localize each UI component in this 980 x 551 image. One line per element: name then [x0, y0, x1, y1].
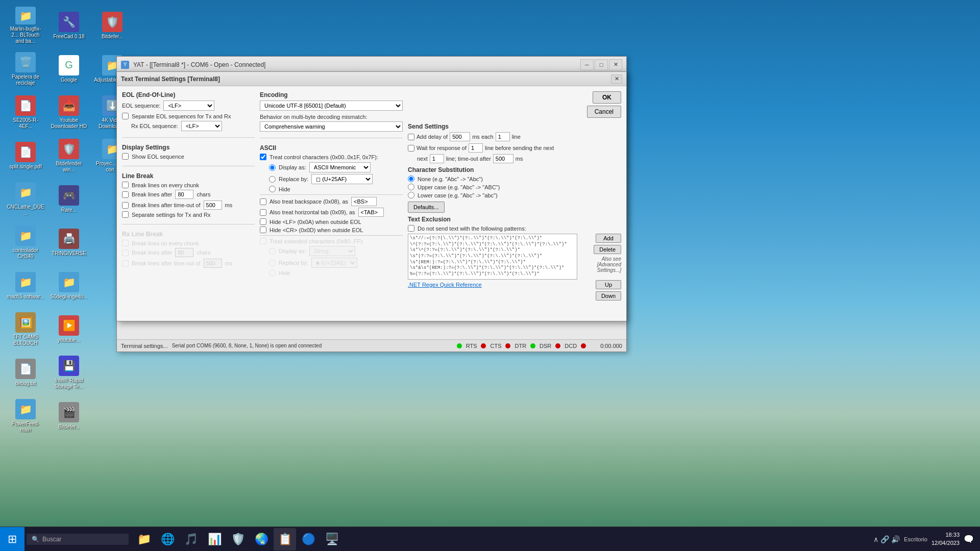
desktop-icon-recycle[interactable]: 🗑️ Papelera de reciclaje — [5, 48, 46, 89]
down-pattern-button[interactable]: Down — [596, 291, 621, 300]
lower-radio-row: Lower case (e.g. "Abc" -> "abc") — [408, 192, 621, 198]
break-after-chars-input[interactable] — [175, 190, 193, 199]
maximize-button[interactable]: □ — [595, 59, 608, 70]
rx-eol-select[interactable]: <LF> — [181, 121, 222, 131]
taskbar-app-spotify[interactable]: 🎵 — [180, 528, 202, 550]
replace-by-select[interactable]: ◻ (U+25AF) — [311, 174, 373, 184]
desktop-icon-powerfeed[interactable]: 📁 PowerFeed-main — [5, 395, 46, 436]
ok-button[interactable]: OK — [593, 91, 621, 104]
behavior-select[interactable]: Comprehensive warning — [260, 121, 403, 132]
tray-chevron-icon[interactable]: ∧ — [873, 535, 878, 543]
start-button[interactable]: ⊞ — [0, 527, 24, 552]
taskbar-app-monitor[interactable]: 🖥️ — [321, 528, 343, 550]
treat-control-checkbox[interactable] — [260, 154, 266, 160]
desktop-icon-tringiverse[interactable]: 🖨️ TRINGIVERSE — [48, 222, 89, 263]
desktop-icon-marlin[interactable]: 📁 Marlin-bugfix-2... BLTouch and ba... — [5, 5, 46, 46]
delete-pattern-button[interactable]: Delete — [594, 245, 621, 254]
desktop-icon-google[interactable]: G Google — [48, 48, 89, 89]
desktop-icon-label: Rare... — [61, 207, 77, 213]
regex-link[interactable]: .NET Regex Quick Reference — [408, 282, 577, 288]
taskbar-app-calc[interactable]: 📊 — [203, 528, 226, 550]
desktop-icon-youtube-dl[interactable]: 📥 Youtube Downloader HD — [48, 92, 89, 133]
separate-settings-checkbox[interactable] — [122, 211, 129, 218]
dialog-title: Text Terminal Settings [Terminal8] — [121, 76, 220, 83]
hide-lf-checkbox[interactable] — [260, 218, 266, 225]
show-eol-checkbox[interactable] — [122, 153, 129, 160]
upper-radio[interactable] — [408, 184, 414, 190]
desktop-icon-se2005[interactable]: 📄 SE2005-R-4EF... — [5, 92, 46, 133]
add-delay-count-input[interactable] — [496, 132, 510, 141]
taskbar-app-explorer[interactable]: 📁 — [133, 528, 155, 550]
up-pattern-button[interactable]: Up — [596, 280, 621, 289]
rx-break-timeout-input — [204, 259, 222, 268]
hide2-label: Hide — [279, 270, 290, 276]
taskbar-search[interactable]: 🔍 Buscar — [27, 534, 129, 545]
add-delay-checkbox[interactable] — [408, 134, 414, 140]
add-pattern-button[interactable]: Add — [596, 234, 621, 243]
backspace-value-input[interactable] — [351, 197, 377, 206]
treat-control-label: Treat control characters (0x00..0x1F, 0x… — [270, 154, 378, 160]
taskbar-app-blue[interactable]: 🔵 — [297, 528, 320, 550]
taskbar-app-bitdefender[interactable]: 🛡️ — [227, 528, 249, 550]
tab-value-input[interactable] — [358, 208, 384, 217]
replace-by-radio[interactable] — [269, 176, 276, 183]
break-timeout-checkbox[interactable] — [122, 202, 129, 209]
break-timeout-input[interactable] — [204, 201, 222, 210]
display-as-select[interactable]: ASCII Mnemonic — [309, 162, 371, 172]
desktop-icon-sodegi[interactable]: 📁 S0degi-inge4b... — [48, 265, 89, 306]
hide-cr-checkbox[interactable] — [260, 227, 266, 233]
also-tab-checkbox[interactable] — [260, 209, 266, 216]
upper-label: Upper case (e.g. "Abc" -> "ABC") — [418, 184, 500, 190]
minimize-button[interactable]: ─ — [580, 59, 594, 70]
desktop-icon-freecad[interactable]: 🔧 FreeCad 0.18 — [48, 5, 89, 46]
tray-network-icon: 🔗 — [880, 535, 889, 543]
encoding-select[interactable]: Unicode UTF-8 [65001] (Default) — [260, 101, 403, 111]
add-delay-ms-unit: ms each — [472, 134, 494, 140]
wait-response-count-input[interactable] — [469, 143, 483, 153]
taskbar-clock[interactable]: 18:33 12/04/2023 — [932, 531, 960, 547]
desktop-icon-debug[interactable]: 📄 debug.txt — [5, 352, 46, 393]
desktop-icon-label: controlador CH340 — [7, 247, 44, 260]
desktop-icon-bitdefender[interactable]: 🛡️ Bitdefender win... — [48, 135, 89, 176]
desktop-icon-split[interactable]: 📄 split.single.pdf — [5, 135, 46, 176]
hide-radio[interactable] — [269, 186, 276, 192]
time-display: 18:33 — [932, 531, 960, 539]
also-backspace-checkbox[interactable] — [260, 198, 266, 205]
desktop-icon-intel[interactable]: 💾 Intel® Rapid Storage Te... — [48, 352, 89, 393]
dialog-close-button[interactable]: ✕ — [611, 74, 622, 84]
taskbar-app-chrome[interactable]: 🌏 — [250, 528, 273, 550]
break-after-checkbox[interactable] — [122, 191, 129, 198]
separate-eol-checkbox[interactable] — [122, 113, 129, 119]
rx-eol-label: Rx EOL sequence: — [131, 123, 178, 129]
google-icon: G — [59, 55, 79, 76]
taskbar-app-edge[interactable]: 🌐 — [156, 528, 179, 550]
wait-timeout-input[interactable] — [493, 154, 513, 163]
close-button[interactable]: ✕ — [609, 59, 622, 70]
none-radio-row: None (e.g. "Abc" -> "Abc") — [408, 176, 621, 182]
notification-icon[interactable]: 🗨️ — [964, 534, 974, 544]
defaults-button[interactable]: Defaults... — [408, 202, 445, 213]
lower-radio[interactable] — [408, 192, 414, 198]
display-as-radio[interactable] — [269, 164, 276, 171]
status-dsr: DSR — [540, 343, 551, 349]
none-radio[interactable] — [408, 176, 414, 182]
taskbar-app-sw[interactable]: 📋 — [274, 528, 296, 550]
rx-break-after-checkbox — [122, 249, 129, 256]
desktop-icon-tft[interactable]: 🖼️ TFT GAMS BLTOUCH — [5, 309, 46, 349]
wait-response-checkbox[interactable] — [408, 145, 414, 152]
desktop-icon-cnc[interactable]: 📁 CNCLathe_DUE... — [5, 179, 46, 219]
desktop-icon-rare[interactable]: 🎮 Rare... — [48, 179, 89, 219]
regex-textarea[interactable]: \s*//:=(?:?(\.\\")*(?:.\\")*(?:\.\\")*(?… — [408, 234, 577, 280]
desktop-icon-media-player[interactable]: 🎬 Bitdefer... — [48, 395, 89, 436]
desktop-icon-controlador[interactable]: 📁 controlador CH340 — [5, 222, 46, 263]
wait-next-count-input[interactable] — [430, 154, 444, 163]
desktop-icon-bitdefender2[interactable]: 🛡️ Bitdefer... — [92, 5, 133, 46]
do-not-send-checkbox[interactable] — [408, 225, 414, 232]
tray-sound-icon[interactable]: 🔊 — [891, 535, 900, 543]
break-every-chunk-checkbox[interactable] — [122, 182, 129, 188]
desktop-icon-mach3[interactable]: 📁 mach3-softwar... — [5, 265, 46, 306]
cancel-button[interactable]: Cancel — [587, 106, 621, 118]
add-delay-ms-input[interactable] — [450, 132, 470, 141]
eol-sequence-select[interactable]: <LF> — [163, 101, 214, 111]
desktop-icon-youtube[interactable]: ▶️ youtube... — [48, 309, 89, 349]
